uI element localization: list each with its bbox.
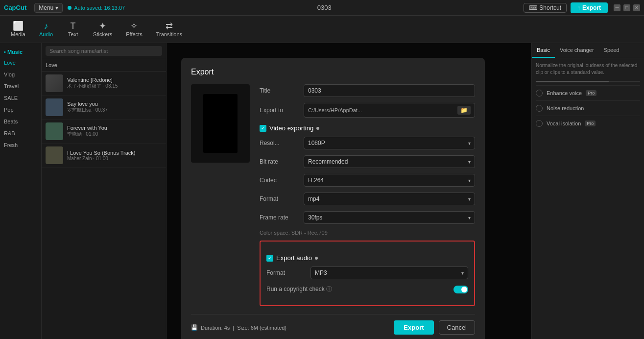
folder-button[interactable]: 📁 [457,106,471,115]
cat-rnb[interactable]: R&B [0,127,41,139]
song-meta: 季晓涵 · 01:00 [67,131,162,138]
chevron-down-icon: ▾ [468,159,471,165]
copyright-toggle[interactable] [453,286,468,293]
song-info: I Love You So (Bonus Track) Maher Zain ·… [67,150,162,161]
toolbar-stickers[interactable]: ✦ Stickers [87,19,118,40]
chevron-down-icon: ▾ [468,196,471,202]
cat-beats[interactable]: Beats [0,116,41,127]
music-section-label: • Music [0,47,41,57]
shortcut-button[interactable]: ⌨ Shortcut [524,3,567,13]
export-audio-section: ✓ Export audio Format MP3 ▾ [260,241,475,306]
export-dialog: Export Title Ex [181,58,485,339]
format-select[interactable]: mp4 ▾ [304,193,475,205]
audio-format-label: Format [266,269,306,276]
song-item[interactable]: Forever with You 季晓涵 · 01:00 [42,120,166,144]
codec-select[interactable]: H.264 ▾ [304,174,475,187]
toolbar-effects[interactable]: ✧ Effects [120,19,148,40]
top-right-controls: ⌨ Shortcut ↑ Export ─ □ ✕ [524,2,640,13]
main-area: • Music Love Vlog Travel SALE Pop Beats … [0,43,644,339]
cat-love[interactable]: Love [0,57,41,69]
song-title: I Love You So (Bonus Track) [67,150,145,156]
audio-section-header: ✓ Export audio [266,254,468,262]
maximize-button[interactable]: □ [623,4,630,11]
media-icon: ⬜ [13,22,24,30]
cat-vlog[interactable]: Vlog [0,69,41,80]
stickers-icon: ✦ [99,22,106,30]
toolbar-media[interactable]: ⬜ Media [5,19,31,40]
song-item[interactable]: Valentine [Redone] 术子小姐好极了 · 03:15 [42,72,166,96]
title-input[interactable] [304,84,475,97]
cat-pop[interactable]: Pop [0,104,41,116]
audio-section-title: Export audio [276,254,312,262]
export-to-row: Export to C:/Users/HP/AppDat... 📁 [260,103,475,118]
toolbar-text[interactable]: T Text [61,19,85,40]
window-controls: ─ □ ✕ [614,4,640,11]
song-item[interactable]: I Love You So (Bonus Track) Maher Zain ·… [42,144,166,168]
resolution-label: Resol... [260,140,299,146]
song-item[interactable]: Say love you 罗艺航Elsa · 00:37 [42,96,166,120]
enhance-slider [536,81,640,82]
auto-saved-dot [68,6,72,10]
chevron-down-icon: ▾ [468,141,471,146]
tab-speed[interactable]: Speed [599,43,624,58]
chevron-down-icon: ▾ [468,215,471,220]
cat-travel[interactable]: Travel [0,80,41,92]
song-meta: 术子小姐好极了 · 03:15 [67,83,162,90]
bitrate-select[interactable]: Recommended ▾ [304,155,475,168]
vocal-isolation-checkbox[interactable] [536,120,543,127]
cat-fresh[interactable]: Fresh [0,139,41,151]
framerate-row: Frame rate 30fps ▾ [260,211,475,224]
audio-checkbox[interactable]: ✓ [266,255,273,262]
tab-basic[interactable]: Basic [532,43,555,58]
toolbar-transitions[interactable]: ⇄ Transitions [150,19,188,40]
dialog-title: Export [191,68,475,76]
tab-voice-changer[interactable]: Voice changer [555,43,599,58]
info-icon[interactable]: ⓘ [326,286,332,292]
audio-section-dot [315,257,318,260]
search-input[interactable] [46,46,162,56]
left-content: • Music Love Vlog Travel SALE Pop Beats … [0,43,166,339]
audio-icon: ♪ [44,22,48,30]
song-thumbnail [46,74,63,92]
dialog-settings: Title Export to C:/Users/HP/AppDat... 📁 [260,84,475,306]
noise-reduction-checkbox[interactable] [536,105,543,112]
resolution-select[interactable]: 1080P ▾ [304,137,475,149]
close-button[interactable]: ✕ [633,4,640,11]
audio-format-select[interactable]: MP3 ▾ [310,266,468,279]
minimize-button[interactable]: ─ [614,4,620,11]
song-thumbnail [46,98,63,116]
video-preview [191,84,250,163]
video-checkbox[interactable]: ✓ [260,125,266,132]
framerate-select[interactable]: 30fps ▾ [304,211,475,224]
menu-button[interactable]: Menu ▾ [34,3,63,13]
vocal-isolation-option: Vocal isolation Pro [536,116,640,131]
export-confirm-button[interactable]: Export [394,320,433,335]
duration-text: Duration: 4s [201,325,230,331]
app-logo: CapCut [4,4,26,11]
cat-sale[interactable]: SALE [0,92,41,104]
text-icon: T [71,22,76,30]
color-space: Color space: SDR - Rec.709 [260,230,475,236]
cancel-button[interactable]: Cancel [439,320,475,335]
enhance-voice-checkbox[interactable] [536,90,543,97]
song-info: Say love you 罗艺航Elsa · 00:37 [67,101,162,114]
song-thumbnail [46,146,63,164]
title-row: Title [260,84,475,97]
copyright-row: Run a copyright check ⓘ [266,285,468,293]
chevron-down-icon: ▾ [468,178,471,183]
song-title: Valentine [Redone] [67,77,145,83]
vocal-isolation-label: Vocal isolation [547,121,581,126]
vocal-isolation-pro-badge: Pro [585,121,596,126]
codec-row: Codec H.264 ▾ [260,174,475,187]
main-toolbar: ⬜ Media ♪ Audio T Text ✦ Stickers ✧ Effe… [0,16,644,43]
footer-info: 💾 Duration: 4s | Size: 6M (estimated) [191,324,286,331]
left-panel: • Music Love Vlog Travel SALE Pop Beats … [0,43,167,339]
framerate-label: Frame rate [260,214,299,221]
effects-icon: ✧ [130,22,138,30]
footer-buttons: Export Cancel [394,320,475,335]
copyright-label: Run a copyright check ⓘ [266,285,449,293]
export-button-top[interactable]: ↑ Export [571,2,608,13]
toolbar-audio[interactable]: ♪ Audio [33,19,59,40]
video-section-title: Video exporting [269,124,313,132]
dialog-footer: 💾 Duration: 4s | Size: 6M (estimated) Ex… [191,314,475,335]
